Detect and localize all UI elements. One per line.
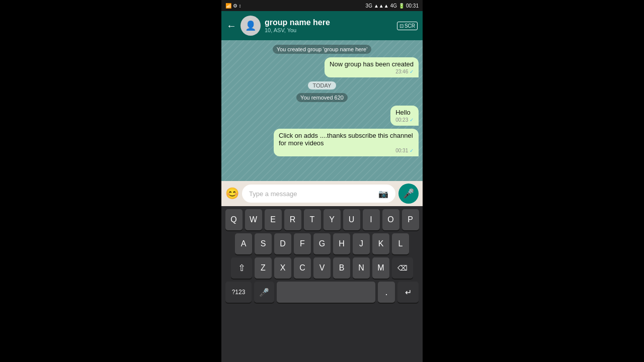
- avatar-icon: 👤: [245, 20, 256, 31]
- message-subscribe: Click on adds ....thanks subscribe this …: [225, 129, 419, 156]
- backspace-key[interactable]: ⌫: [392, 257, 413, 279]
- chat-header: ← 👤 group name here 10, ASV, You ⊡ SCR: [221, 11, 423, 40]
- key-c[interactable]: C: [294, 257, 311, 279]
- key-a[interactable]: A: [235, 233, 252, 254]
- keyboard-row-3: ⇧ Z X C V B N M ⌫: [223, 257, 421, 279]
- system-message-created: You created group 'group name here': [225, 44, 419, 53]
- msg-meta: 23:46 ✓: [330, 69, 414, 74]
- keyboard-mic-key[interactable]: 🎤: [254, 282, 274, 303]
- key-l[interactable]: L: [392, 233, 409, 254]
- key-u[interactable]: U: [343, 209, 360, 230]
- phone-screen: 📶 ⚙ ↕ 3G ▲▲▲ 4G 🔋 00:31 ← 👤 group name h…: [221, 0, 423, 362]
- enter-key[interactable]: ↵: [397, 282, 419, 303]
- msg-time: 00:31: [395, 148, 408, 153]
- key-y[interactable]: Y: [324, 209, 341, 230]
- bubble: Now group has been created 23:46 ✓: [325, 57, 419, 77]
- key-r[interactable]: R: [284, 209, 301, 230]
- signal-strength: ▲▲▲: [374, 3, 389, 9]
- msg-time: 00:23: [395, 117, 408, 123]
- back-button[interactable]: ←: [226, 20, 236, 32]
- header-info: group name here 10, ASV, You: [265, 18, 393, 33]
- keyboard-row-2: A S D F G H J K L: [223, 233, 421, 254]
- key-o[interactable]: O: [382, 209, 399, 230]
- bubble: Hello 00:23 ✓: [390, 106, 419, 126]
- space-key[interactable]: [277, 282, 375, 303]
- network-label: 3G: [366, 3, 372, 9]
- key-p[interactable]: P: [402, 209, 419, 230]
- signal-icons: 📶 ⚙ ↕: [225, 3, 242, 9]
- group-members: 10, ASV, You: [265, 27, 393, 33]
- emoji-button[interactable]: 😊: [225, 187, 239, 200]
- keyboard: Q W E R T Y U I O P A S D F G H J K L ⇧ …: [221, 206, 423, 362]
- date-label: TODAY: [308, 81, 337, 89]
- key-b[interactable]: B: [333, 257, 350, 279]
- check-mark: ✓: [410, 117, 414, 123]
- system-message-removed: You removed 620: [225, 93, 419, 102]
- system-message-text-removed: You removed 620: [296, 93, 348, 102]
- check-mark: ✓: [410, 69, 414, 74]
- time-label: 00:31: [406, 3, 419, 9]
- status-left: 📶 ⚙ ↕: [225, 3, 242, 9]
- mic-icon: 🎤: [403, 188, 414, 199]
- key-t[interactable]: T: [304, 209, 321, 230]
- msg-text: Hello: [395, 109, 414, 116]
- camera-button[interactable]: 📷: [378, 189, 388, 199]
- key-v[interactable]: V: [313, 257, 331, 279]
- keyboard-row-1: Q W E R T Y U I O P: [223, 209, 421, 230]
- msg-text: Click on adds ....thanks subscribe this …: [279, 132, 414, 147]
- key-k[interactable]: K: [372, 233, 389, 254]
- message-input-box[interactable]: Type a message 📷: [242, 185, 395, 203]
- date-divider: TODAY: [225, 80, 419, 89]
- chat-area: You created group 'group name here' Now …: [221, 40, 423, 181]
- key-e[interactable]: E: [265, 209, 282, 230]
- period-key[interactable]: .: [378, 282, 395, 303]
- battery-icon: 🔋: [398, 3, 405, 9]
- input-placeholder: Type a message: [249, 190, 297, 198]
- key-h[interactable]: H: [333, 233, 350, 254]
- number-switch-key[interactable]: ?123: [225, 282, 252, 303]
- key-n[interactable]: N: [353, 257, 370, 279]
- key-j[interactable]: J: [353, 233, 370, 254]
- key-d[interactable]: D: [274, 233, 291, 254]
- key-s[interactable]: S: [255, 233, 272, 254]
- msg-meta: 00:31 ✓: [279, 148, 414, 153]
- key-g[interactable]: G: [313, 233, 331, 254]
- shift-key[interactable]: ⇧: [231, 257, 252, 279]
- status-right: 3G ▲▲▲ 4G 🔋 00:31: [366, 3, 419, 9]
- status-bar: 📶 ⚙ ↕ 3G ▲▲▲ 4G 🔋 00:31: [221, 0, 423, 11]
- msg-text: Now group has been created: [330, 60, 414, 68]
- key-x[interactable]: X: [274, 257, 291, 279]
- key-f[interactable]: F: [294, 233, 311, 254]
- key-z[interactable]: Z: [255, 257, 272, 279]
- mic-button[interactable]: 🎤: [398, 184, 419, 204]
- message-group-created: Now group has been created 23:46 ✓: [225, 57, 419, 77]
- key-w[interactable]: W: [245, 209, 262, 230]
- screenshot-icon[interactable]: ⊡ SCR: [397, 22, 418, 30]
- input-area: 😊 Type a message 📷 🎤: [221, 181, 423, 206]
- keyboard-bottom-row: ?123 🎤 . ↵: [223, 282, 421, 303]
- msg-time: 23:46: [395, 69, 408, 74]
- bubble: Click on adds ....thanks subscribe this …: [274, 129, 419, 156]
- system-message-text: You created group 'group name here': [273, 45, 372, 54]
- msg-meta: 00:23 ✓: [395, 117, 414, 123]
- key-m[interactable]: M: [372, 257, 389, 279]
- header-actions: ⊡ SCR: [397, 22, 418, 30]
- check-mark: ✓: [410, 148, 414, 153]
- group-name: group name here: [265, 18, 393, 27]
- key-i[interactable]: I: [363, 209, 380, 230]
- avatar[interactable]: 👤: [240, 16, 261, 36]
- lte-label: 4G: [390, 3, 397, 9]
- key-q[interactable]: Q: [225, 209, 243, 230]
- scr-label: SCR: [405, 23, 415, 29]
- message-hello: Hello 00:23 ✓: [225, 106, 419, 126]
